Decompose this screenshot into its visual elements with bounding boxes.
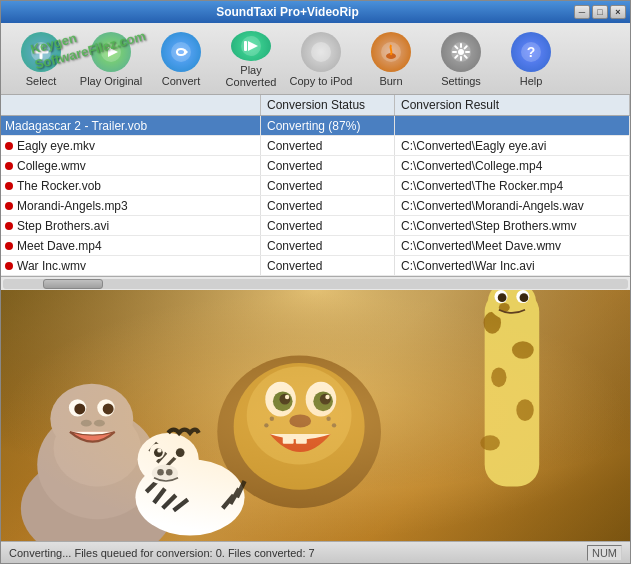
active-filename: Madagascar 2 - Trailer.vob: [1, 116, 261, 135]
svg-point-30: [265, 382, 296, 417]
convert-icon: [161, 32, 201, 72]
scrollbar-thumb[interactable]: [43, 279, 103, 289]
svg-point-54: [498, 293, 507, 302]
file-name-cell: War Inc.wmv: [1, 256, 261, 275]
svg-point-53: [516, 290, 529, 303]
table-row[interactable]: The Rocker.vobConvertedC:\Converted\The …: [1, 176, 630, 196]
svg-rect-16: [1, 290, 630, 541]
svg-point-22: [97, 399, 114, 416]
svg-rect-7: [244, 41, 247, 51]
conversion-status-cell: Converted: [261, 136, 395, 155]
conversion-result-cell: C:\Converted\College.mp4: [395, 156, 630, 175]
conversion-status-cell: Converted: [261, 176, 395, 195]
burn-label: Burn: [379, 75, 402, 87]
copy-to-ipod-label: Copy to iPod: [290, 75, 353, 87]
maximize-button[interactable]: □: [592, 5, 608, 19]
svg-point-29: [247, 366, 352, 464]
col-filename: [1, 95, 261, 115]
table-row[interactable]: War Inc.wmvConvertedC:\Converted\War Inc…: [1, 256, 630, 276]
table-row[interactable]: College.wmvConvertedC:\Converted\College…: [1, 156, 630, 176]
svg-point-18: [37, 410, 157, 519]
svg-rect-45: [485, 290, 540, 486]
play-converted-button[interactable]: Play Converted: [217, 27, 285, 91]
table-row[interactable]: Eagly eye.mkvConvertedC:\Converted\Eagly…: [1, 136, 630, 156]
play-original-button[interactable]: Play Original: [77, 27, 145, 91]
copy-to-ipod-button[interactable]: Copy to iPod: [287, 27, 355, 91]
minimize-button[interactable]: ─: [574, 5, 590, 19]
select-button[interactable]: Select: [7, 27, 75, 91]
svg-point-60: [171, 444, 186, 459]
svg-point-58: [138, 433, 199, 485]
toolbar: Keygen SoftwareFilez.com Select Play Ori…: [1, 23, 630, 95]
conversion-result-cell: C:\Converted\War Inc.avi: [395, 256, 630, 275]
convert-label: Convert: [162, 75, 201, 87]
svg-point-47: [512, 341, 534, 358]
play-original-label: Play Original: [80, 75, 142, 87]
burn-icon: [371, 32, 411, 72]
close-button[interactable]: ×: [610, 5, 626, 19]
table-row[interactable]: Morandi-Angels.mp3ConvertedC:\Converted\…: [1, 196, 630, 216]
svg-point-52: [494, 290, 507, 303]
help-button[interactable]: ? Help: [497, 27, 565, 91]
movie-preview: [1, 290, 630, 541]
settings-icon: [441, 32, 481, 72]
svg-point-64: [152, 465, 178, 482]
svg-point-12: [458, 49, 464, 55]
svg-point-41: [270, 417, 274, 421]
svg-point-20: [50, 384, 133, 454]
svg-point-17: [21, 454, 174, 541]
active-result: [395, 116, 630, 135]
play-original-icon: [91, 32, 131, 72]
select-icon: [21, 32, 61, 72]
table-rows: Eagly eye.mkvConvertedC:\Converted\Eagly…: [1, 136, 630, 276]
svg-point-38: [289, 414, 311, 427]
conversion-result-cell: C:\Converted\Morandi-Angels.wav: [395, 196, 630, 215]
file-table: Conversion Status Conversion Result Mada…: [1, 95, 630, 276]
svg-point-23: [74, 403, 85, 414]
convert-button[interactable]: Convert: [147, 27, 215, 91]
svg-point-57: [135, 459, 244, 535]
svg-point-55: [520, 293, 529, 302]
settings-label: Settings: [441, 75, 481, 87]
svg-point-21: [69, 399, 86, 416]
svg-point-8: [311, 42, 331, 62]
content-area: Conversion Status Conversion Result Mada…: [1, 95, 630, 563]
svg-point-34: [279, 394, 290, 405]
file-name-cell: Eagly eye.mkv: [1, 136, 261, 155]
burn-button[interactable]: Burn: [357, 27, 425, 91]
svg-point-49: [516, 399, 533, 421]
num-lock-indicator: NUM: [587, 545, 622, 561]
table-row[interactable]: Meet Dave.mp4ConvertedC:\Converted\Meet …: [1, 236, 630, 256]
window-title: SoundTaxi Pro+VideoRip: [1, 5, 574, 19]
status-dot-icon: [5, 162, 13, 170]
conversion-status-cell: Converted: [261, 196, 395, 215]
svg-point-25: [81, 420, 92, 427]
conversion-status-cell: Converted: [261, 216, 395, 235]
help-icon: ?: [511, 32, 551, 72]
svg-point-37: [325, 395, 329, 399]
svg-point-36: [285, 395, 289, 399]
svg-point-24: [103, 403, 114, 414]
preview-svg: [1, 290, 630, 541]
active-status: Converting (87%): [261, 116, 395, 135]
svg-point-59: [150, 444, 165, 459]
table-row-active[interactable]: Madagascar 2 - Trailer.vob Converting (8…: [1, 116, 630, 136]
svg-point-63: [157, 448, 161, 452]
svg-point-26: [94, 420, 105, 427]
col-status: Conversion Status: [261, 95, 395, 115]
svg-point-44: [332, 423, 336, 427]
svg-point-56: [499, 303, 510, 312]
horizontal-scrollbar[interactable]: [1, 276, 630, 290]
svg-rect-15: [1, 290, 630, 541]
svg-rect-39: [283, 435, 294, 444]
conversion-result-cell: C:\Converted\Meet Dave.wmv: [395, 236, 630, 255]
scrollbar-track: [3, 279, 628, 289]
window-controls: ─ □ ×: [574, 5, 630, 19]
settings-button[interactable]: Settings: [427, 27, 495, 91]
svg-point-28: [234, 363, 365, 490]
conversion-status-cell: Converted: [261, 156, 395, 175]
table-row[interactable]: Step Brothers.aviConvertedC:\Converted\S…: [1, 216, 630, 236]
play-converted-icon: [231, 31, 271, 62]
table-header: Conversion Status Conversion Result: [1, 95, 630, 116]
svg-point-62: [176, 448, 185, 457]
